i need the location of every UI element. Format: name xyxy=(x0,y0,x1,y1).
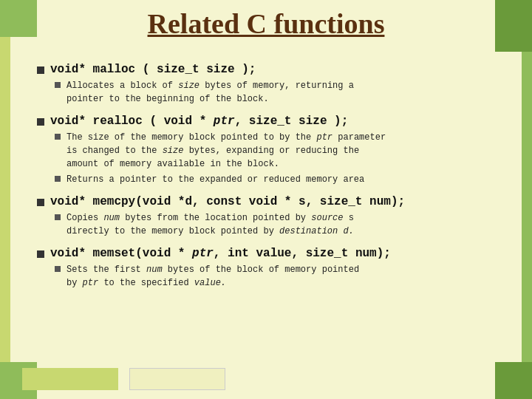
memcpy-subitem-1: Copies num bytes from the location point… xyxy=(55,211,495,238)
page-title: Related C functions xyxy=(148,8,385,39)
memset-subtext-1: Sets the first num bytes of the block of… xyxy=(66,263,359,290)
sub-bullet-memcpy-1 xyxy=(55,214,61,220)
malloc-subitem-1: Allocates a block of size bytes of memor… xyxy=(55,79,495,106)
sub-bullet-realloc-1 xyxy=(55,134,61,140)
malloc-subitems: Allocates a block of size bytes of memor… xyxy=(55,79,495,106)
bullet-memcpy xyxy=(37,199,44,206)
slide-container: Related C functions void* malloc ( size_… xyxy=(0,0,532,399)
section-malloc-title: void* malloc ( size_t size ); xyxy=(50,63,256,76)
sub-bullet-memset-1 xyxy=(55,266,61,272)
left-accent-bar xyxy=(0,37,10,362)
section-malloc-header: void* malloc ( size_t size ); xyxy=(37,63,495,76)
realloc-subitem-1: The size of the memory block pointed to … xyxy=(55,131,495,171)
bottom-rect-mid xyxy=(129,368,225,390)
section-malloc: void* malloc ( size_t size ); Allocates … xyxy=(37,63,495,106)
section-memcpy-title: void* memcpy(void *d, const void * s, si… xyxy=(50,195,405,208)
corner-top-left xyxy=(0,0,37,37)
sub-bullet-malloc-1 xyxy=(55,82,61,88)
bullet-memset xyxy=(37,250,44,258)
memcpy-subitems: Copies num bytes from the location point… xyxy=(55,211,495,238)
bullet-realloc xyxy=(37,118,44,126)
realloc-subitems: The size of the memory block pointed to … xyxy=(55,131,495,186)
right-accent-bar xyxy=(522,52,532,362)
memset-subitem-1: Sets the first num bytes of the block of… xyxy=(55,263,495,290)
bottom-rect-left xyxy=(22,368,118,390)
section-memset-header: void* memset(void * ptr, int value, size… xyxy=(37,247,495,260)
sub-bullet-realloc-2 xyxy=(55,176,61,182)
section-memset: void* memset(void * ptr, int value, size… xyxy=(37,247,495,290)
title-area: Related C functions xyxy=(44,7,488,40)
corner-top-right xyxy=(495,0,532,52)
malloc-subtext-1: Allocates a block of size bytes of memor… xyxy=(66,79,354,106)
section-memcpy-header: void* memcpy(void *d, const void * s, si… xyxy=(37,195,495,208)
realloc-subtext-1: The size of the memory block pointed to … xyxy=(66,131,386,171)
memcpy-subtext-1: Copies num bytes from the location point… xyxy=(66,211,354,238)
section-realloc: void* realloc ( void * ptr, size_t size … xyxy=(37,115,495,186)
memset-subitems: Sets the first num bytes of the block of… xyxy=(55,263,495,290)
section-memcpy: void* memcpy(void *d, const void * s, si… xyxy=(37,195,495,238)
section-memset-title: void* memset(void * ptr, int value, size… xyxy=(50,247,391,260)
section-realloc-title: void* realloc ( void * ptr, size_t size … xyxy=(50,115,348,128)
realloc-subitem-2: Returns a pointer to the expanded or red… xyxy=(55,173,495,186)
realloc-subtext-2: Returns a pointer to the expanded or red… xyxy=(66,173,364,186)
content-area: void* malloc ( size_t size ); Allocates … xyxy=(22,55,510,384)
section-realloc-header: void* realloc ( void * ptr, size_t size … xyxy=(37,115,495,128)
bullet-malloc xyxy=(37,66,44,74)
